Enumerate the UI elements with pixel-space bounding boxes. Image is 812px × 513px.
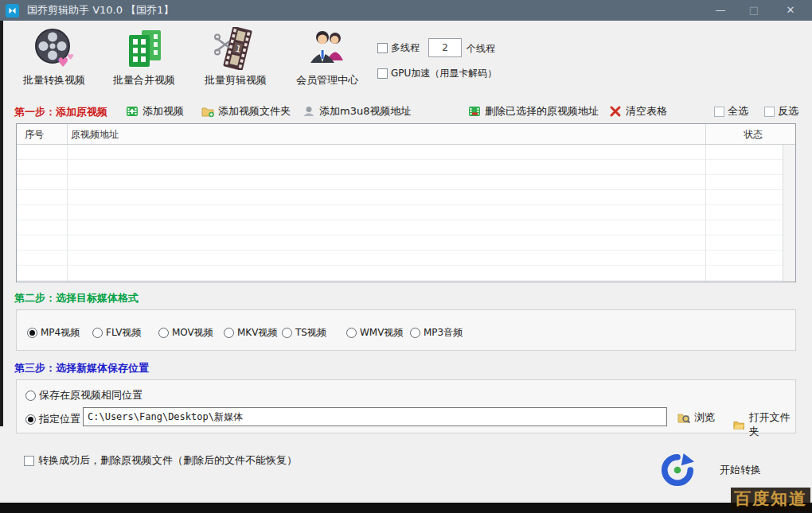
convert-arrow-icon: [661, 453, 694, 487]
add-video-folder-button[interactable]: 添加视频文件夹: [201, 103, 291, 119]
delete-after-convert-checkbox[interactable]: [24, 456, 34, 466]
step1-title: 第一步：添加原视频: [14, 105, 107, 119]
step2-title: 第二步：选择目标媒体格式: [14, 291, 139, 305]
format-option-mp3[interactable]: MP3音频: [410, 326, 463, 340]
invert-select-checkbox[interactable]: [764, 107, 775, 117]
save-same-location-label: 保存在原视频相同位置: [39, 388, 142, 402]
radio-ts[interactable]: [282, 328, 292, 338]
format-option-mov[interactable]: MOV视频: [158, 326, 213, 340]
radio-mp4[interactable]: [27, 328, 37, 338]
format-label: MOV视频: [172, 326, 213, 340]
radio-flv[interactable]: [92, 328, 103, 338]
delete-selected-label: 删除已选择的原视频地址: [485, 104, 599, 119]
film-reel-icon: ♥ ♥: [33, 27, 76, 70]
format-label: MKV视频: [237, 326, 277, 340]
radio-mov[interactable]: [158, 328, 169, 338]
multithread-checkbox[interactable]: [377, 43, 388, 53]
start-convert-button[interactable]: 开始转换: [661, 452, 804, 488]
clear-x-icon: [609, 105, 622, 118]
toolbar-item-batch-convert[interactable]: ♥ ♥ 批量转换视频: [10, 27, 98, 87]
table-vertical-scrollbar[interactable]: [783, 145, 795, 282]
thread-suffix-label: 个线程: [467, 42, 495, 56]
members-icon: [306, 27, 349, 70]
toolbar-item-label: 会员管理中心: [283, 73, 371, 87]
radio-wmv[interactable]: [346, 328, 357, 338]
save-path-input[interactable]: C:\Users\Fang\Desktop\新媒体: [83, 407, 667, 426]
browse-label: 浏览: [694, 410, 715, 425]
close-button[interactable]: ✕: [777, 0, 804, 21]
col-header-url: 原视频地址: [71, 128, 119, 142]
radio-mp3[interactable]: [410, 328, 420, 338]
delete-after-convert-option[interactable]: 转换成功后，删除原视频文件（删除后的文件不能恢复）: [24, 453, 297, 468]
desktop-edge-bottom: [0, 503, 812, 513]
app-window: 国乔剪辑助手 V10.0 【国乔1】 — □ ✕ ♥ ♥ 批量转换视频: [0, 0, 812, 513]
add-m3u8-label: 添加m3u8视频地址: [319, 104, 411, 119]
multithread-label: 多线程: [391, 41, 420, 55]
toolbar-item-label: 批量合并视频: [100, 73, 188, 87]
invert-select-label: 反选: [778, 104, 798, 119]
radio-mkv[interactable]: [224, 328, 234, 338]
gpu-option: GPU加速（用显卡解码）: [377, 67, 497, 80]
step3-title: 第三步：选择新媒体保存位置: [14, 361, 149, 375]
app-scissors-icon: [6, 4, 19, 17]
minimize-button[interactable]: —: [707, 0, 734, 21]
video-table: 序号 原视频地址 状态: [16, 123, 796, 282]
toolbar-item-batch-merge[interactable]: 批量合并视频: [100, 27, 188, 87]
format-option-flv[interactable]: FLV视频: [92, 326, 141, 340]
toolbar-item-label: 批量转换视频: [10, 73, 98, 87]
format-panel: MP4视频 FLV视频 MOV视频 MKV视频 TS视频 WMV视频 MP3音频: [16, 309, 796, 351]
gpu-checkbox[interactable]: [377, 68, 388, 79]
format-label: MP4视频: [41, 326, 80, 340]
select-all-checkbox[interactable]: [714, 107, 724, 117]
radio-custom-location[interactable]: [25, 414, 36, 425]
open-folder-icon: [733, 418, 744, 431]
toolbar-item-label: 批量剪辑视频: [192, 73, 279, 87]
format-option-mkv[interactable]: MKV视频: [224, 326, 277, 340]
format-option-mp4[interactable]: MP4视频: [27, 326, 80, 340]
toolbar-item-member-center[interactable]: 会员管理中心: [283, 27, 371, 87]
watermark-text: 百度知道: [731, 488, 810, 511]
save-location-panel: 保存在原视频相同位置 指定位置 C:\Users\Fang\Desktop\新媒…: [16, 379, 796, 433]
delete-after-convert-label: 转换成功后，删除原视频文件（删除后的文件不能恢复）: [38, 453, 297, 468]
add-m3u8-icon: [303, 105, 315, 118]
thread-count-input[interactable]: 2: [428, 38, 462, 57]
select-all-label: 全选: [728, 104, 748, 119]
format-label: FLV视频: [106, 326, 141, 340]
format-label: WMV视频: [360, 326, 403, 340]
add-video-folder-label: 添加视频文件夹: [218, 104, 291, 119]
format-label: MP3音频: [424, 326, 463, 340]
select-all-option[interactable]: 全选: [714, 104, 748, 119]
browse-folder-search-icon: [677, 411, 690, 424]
add-video-label: 添加视频: [142, 104, 184, 119]
add-m3u8-button[interactable]: 添加m3u8视频地址: [303, 103, 411, 119]
format-label: TS视频: [295, 326, 326, 340]
multithread-option: 多线程: [377, 41, 420, 55]
start-convert-label: 开始转换: [720, 463, 761, 477]
invert-select-option[interactable]: 反选: [764, 104, 798, 119]
maximize-button[interactable]: □: [740, 0, 767, 21]
table-body-empty: [17, 145, 783, 282]
radio-same-location[interactable]: [25, 391, 36, 401]
format-option-ts[interactable]: TS视频: [282, 326, 326, 340]
delete-selected-icon: [468, 105, 481, 118]
custom-location-label: 指定位置: [39, 412, 80, 426]
merge-videos-icon: [123, 27, 166, 70]
format-option-wmv[interactable]: WMV视频: [346, 326, 403, 340]
clear-table-button[interactable]: 清空表格: [609, 103, 667, 119]
desktop-edge-left: [0, 21, 3, 426]
col-header-index: 序号: [25, 128, 44, 142]
add-folder-icon: [201, 105, 214, 118]
delete-selected-button[interactable]: 删除已选择的原视频地址: [468, 103, 599, 119]
add-video-button[interactable]: 添加视频: [126, 103, 184, 119]
window-title: 国乔剪辑助手 V10.0 【国乔1】: [27, 0, 174, 21]
toolbar-item-batch-clip[interactable]: 1 批量剪辑视频: [192, 27, 279, 87]
svg-text:♥: ♥: [67, 52, 74, 61]
title-bar: 国乔剪辑助手 V10.0 【国乔1】 — □ ✕: [0, 0, 812, 21]
browse-button[interactable]: 浏览: [677, 410, 715, 425]
save-same-location-option[interactable]: 保存在原视频相同位置: [25, 388, 142, 402]
gpu-label: GPU加速（用显卡解码）: [391, 67, 497, 80]
clip-filmstrip-icon: 1: [214, 27, 257, 70]
custom-location-option[interactable]: 指定位置: [25, 412, 80, 426]
open-folder-button[interactable]: 打开文件夹: [733, 410, 795, 439]
table-header: 序号 原视频地址 状态: [17, 124, 795, 145]
